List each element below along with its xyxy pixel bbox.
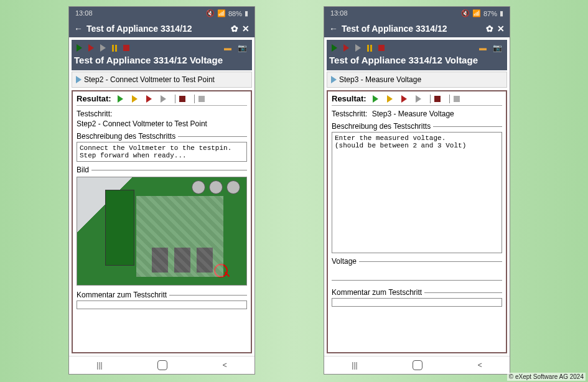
- app-bar: ← Test of Appliance 3314/12 ✿ ✕: [69, 20, 254, 37]
- stop-icon[interactable]: [123, 45, 129, 51]
- status-bar: 13:08 🔇 📶 87% ▮: [324, 7, 510, 20]
- android-navbar: ||| <: [324, 356, 510, 374]
- step-label: Step3 - Measure Voltage: [339, 75, 421, 84]
- comment-icon[interactable]: ▬: [479, 44, 487, 52]
- phone-frame: 13:08 🔇 📶 88% ▮ ← Test of Appliance 3314…: [68, 6, 255, 375]
- pause-icon[interactable]: [367, 45, 372, 52]
- resultat-label: Resultat:: [332, 94, 366, 103]
- toolbar-title: Test of Appliance 3314/12 Voltage: [329, 54, 505, 68]
- voltage-legend: Voltage: [332, 257, 502, 266]
- close-icon[interactable]: ✕: [242, 24, 250, 34]
- wifi-icon: 📶: [217, 9, 226, 17]
- recent-apps-icon[interactable]: |||: [352, 361, 357, 370]
- result-skip-icon[interactable]: [161, 95, 166, 103]
- kommentar-input[interactable]: [332, 298, 502, 307]
- stop-icon[interactable]: [378, 45, 385, 51]
- app-bar: ← Test of Appliance 3314/12 ✿ ✕: [324, 20, 510, 37]
- result-skip-icon[interactable]: [416, 95, 421, 103]
- play-red-icon[interactable]: [343, 44, 349, 52]
- status-time: 13:08: [330, 9, 348, 17]
- status-battery: 87%: [483, 10, 497, 17]
- bild-legend: Bild: [77, 165, 247, 174]
- result-neutral-icon[interactable]: [198, 96, 205, 102]
- testschritt-label: Testschritt:: [77, 109, 112, 118]
- desc-legend: Beschreibung des Testschritts: [77, 132, 247, 141]
- body-panel: Resultat: Testschritt: Step2 - Connect V…: [72, 90, 252, 353]
- battery-icon: ▮: [245, 9, 248, 17]
- result-pass-icon[interactable]: [118, 95, 123, 103]
- wifi-icon: 📶: [472, 9, 481, 17]
- play-grey-icon[interactable]: [100, 44, 106, 52]
- kommentar-legend: Kommentar zum Testschritt: [332, 288, 502, 297]
- status-time: 13:08: [75, 9, 93, 17]
- appbar-title: Test of Appliance 3314/12: [86, 24, 192, 34]
- phone-frame: 13:08 🔇 📶 87% ▮ ← Test of Appliance 3314…: [324, 6, 510, 375]
- play-grey-icon[interactable]: [355, 44, 361, 52]
- kommentar-legend: Kommentar zum Testschritt: [77, 291, 247, 299]
- step-label: Step2 - Connect Voltmeter to Test Point: [84, 75, 215, 84]
- status-battery: 88%: [228, 10, 242, 17]
- desc-legend: Beschreibung des Testschritts: [332, 122, 502, 131]
- result-pass-icon[interactable]: [373, 95, 378, 103]
- testschritt-value: Step3 - Measure Voltage: [372, 109, 454, 118]
- step-bar[interactable]: Step3 - Measure Voltage: [327, 72, 507, 88]
- result-fail-icon[interactable]: [401, 95, 407, 103]
- mute-icon: 🔇: [461, 9, 470, 17]
- description-box[interactable]: Enter the measured voltage. (should be b…: [332, 132, 502, 253]
- resultat-label: Resultat:: [77, 94, 111, 103]
- home-icon[interactable]: [413, 360, 422, 370]
- body-panel: Resultat: Testschritt: Step3 - Measure V…: [327, 90, 507, 353]
- play-red-icon[interactable]: [88, 44, 94, 52]
- result-warn-icon[interactable]: [132, 95, 138, 103]
- description-box[interactable]: Connect the Voltmeter to the testpin. St…: [77, 142, 247, 162]
- pcb-image[interactable]: [77, 177, 247, 286]
- test-point-marker-icon: [214, 264, 228, 277]
- back-icon[interactable]: ←: [329, 24, 338, 34]
- result-stop-icon[interactable]: [434, 96, 441, 102]
- toolbar: ▬ 📷 Test of Appliance 3314/12 Voltage: [327, 40, 507, 70]
- result-warn-icon[interactable]: [387, 95, 393, 103]
- step-bar[interactable]: Step2 - Connect Voltmeter to Test Point: [72, 72, 252, 88]
- camera-icon[interactable]: 📷: [493, 44, 502, 52]
- comment-icon[interactable]: ▬: [224, 44, 231, 52]
- close-icon[interactable]: ✕: [497, 24, 505, 34]
- result-neutral-icon[interactable]: [454, 96, 460, 102]
- mute-icon: 🔇: [206, 9, 215, 17]
- play-icon[interactable]: [332, 44, 337, 52]
- status-bar: 13:08 🔇 📶 88% ▮: [69, 7, 254, 20]
- result-fail-icon[interactable]: [146, 95, 152, 103]
- home-icon[interactable]: [157, 360, 167, 370]
- back-nav-icon[interactable]: <: [478, 361, 482, 370]
- result-stop-icon[interactable]: [179, 96, 185, 102]
- gear-icon[interactable]: ✿: [231, 24, 238, 34]
- kommentar-input[interactable]: [77, 300, 247, 309]
- back-nav-icon[interactable]: <: [223, 361, 227, 370]
- play-icon[interactable]: [77, 44, 82, 52]
- back-icon[interactable]: ←: [74, 24, 83, 34]
- step-play-icon: [76, 76, 82, 83]
- testschritt-label: Testschritt:: [332, 109, 367, 118]
- step-play-icon: [331, 76, 337, 83]
- appbar-title: Test of Appliance 3314/12: [342, 24, 447, 34]
- toolbar-title: Test of Appliance 3314/12 Voltage: [74, 54, 250, 68]
- toolbar: ▬ 📷 Test of Appliance 3314/12 Voltage: [72, 40, 252, 70]
- camera-icon[interactable]: 📷: [238, 44, 247, 52]
- recent-apps-icon[interactable]: |||: [96, 361, 102, 370]
- voltage-input[interactable]: [332, 269, 502, 281]
- pause-icon[interactable]: [112, 45, 117, 52]
- android-navbar: ||| <: [69, 356, 254, 374]
- battery-icon: ▮: [500, 9, 503, 17]
- testschritt-value: Step2 - Connect Voltmeter to Test Point: [77, 119, 247, 128]
- copyright-text: © eXept Software AG 2024: [507, 373, 586, 381]
- gear-icon[interactable]: ✿: [486, 24, 493, 34]
